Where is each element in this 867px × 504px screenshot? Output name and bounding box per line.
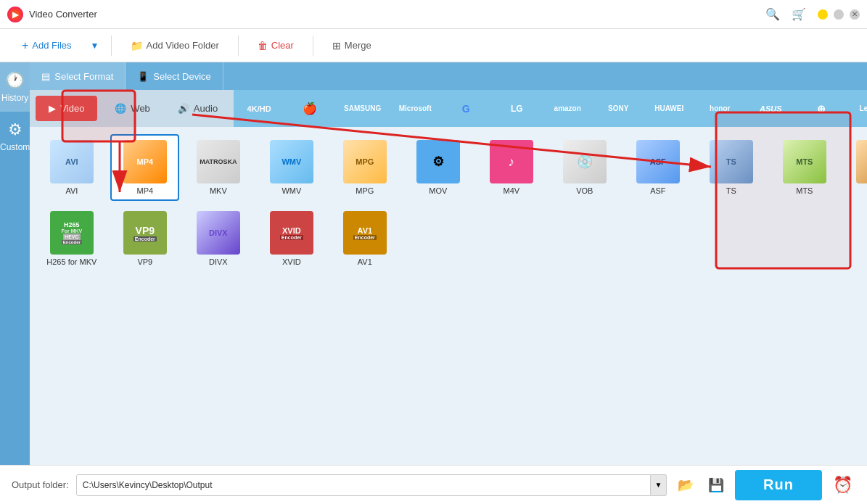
browse-folder-button[interactable]: 📂 (674, 474, 697, 497)
asf-icon: ASF (636, 140, 680, 183)
main-layout: 🕐 History ⚙ Custom ▤ Select Format 📱 Sel… (0, 62, 867, 465)
wmv-icon: WMV (270, 140, 313, 183)
mts-label: MTS (796, 186, 813, 195)
brand-honor[interactable]: honor (694, 93, 745, 124)
tab-select-device[interactable]: 📱 Select Device (126, 62, 223, 90)
toolbar: + Add Files ▼ 📁 Add Video Folder 🗑 Clear… (0, 29, 867, 62)
vob-icon: 💿 (563, 140, 607, 183)
format-item-wmv[interactable]: WMV WMV (257, 134, 326, 201)
maximize-button[interactable] (834, 9, 844, 20)
custom-icon: ⚙ (8, 120, 22, 139)
divx-label: DIVX (209, 257, 228, 266)
brand-lg[interactable]: LG (491, 93, 542, 124)
add-files-button[interactable]: + Add Files (12, 35, 82, 57)
brand-sony[interactable]: SONY (593, 93, 644, 124)
avi-icon: AVI (50, 140, 94, 183)
history-icon: 🕐 (5, 71, 25, 90)
clear-label: Clear (271, 40, 294, 51)
format-item-mp4[interactable]: MP4 MP4 (110, 134, 179, 201)
folder-open-icon: 📂 (678, 477, 694, 493)
toolbar-separator-3 (313, 36, 313, 56)
av1-icon: AV1 Encoder (343, 211, 387, 255)
format-item-mts[interactable]: MTS MTS (770, 134, 839, 201)
format-item-asf[interactable]: ASF ASF (623, 134, 692, 201)
brand-amazon[interactable]: amazon (542, 93, 593, 124)
sidebar-custom-label: Custom (0, 142, 30, 152)
sidebar-history-label: History (1, 93, 28, 103)
format-item-avi[interactable]: AVI AVI (37, 134, 106, 201)
format-item-ts[interactable]: TS TS (697, 134, 765, 201)
format-item-mov[interactable]: ⚙ MOV (403, 134, 472, 201)
video-icon: ▶ (49, 103, 56, 114)
brand-samsung[interactable]: SAMSUNG (335, 93, 390, 124)
select-format-label: Select Format (54, 71, 113, 82)
select-device-label: Select Device (153, 71, 210, 82)
app-title: Video Converter (29, 9, 765, 20)
xvid-icon: XVID Encoder (270, 211, 313, 255)
add-folder-label: Add Video Folder (147, 40, 219, 51)
brand-apple[interactable]: 🍎 (284, 93, 335, 124)
format-item-mpg[interactable]: MPG MPG (330, 134, 399, 201)
brand-huawei[interactable]: HUAWEI (644, 93, 694, 124)
add-folder-button[interactable]: 📁 Add Video Folder (120, 36, 229, 56)
format-type-buttons: ▶ Video 🌐 Web 🔊 Audio (30, 90, 234, 127)
format-item-m2ts[interactable]: M2TS M2TS (843, 134, 867, 201)
brand-asus[interactable]: ASUS (745, 93, 796, 124)
run-label: Run (763, 476, 794, 492)
brand-4khd[interactable]: 4K/HD (234, 93, 284, 124)
title-bar-icons: 🔍 🛒 (765, 7, 806, 21)
brand-google[interactable]: G (440, 93, 491, 124)
audio-icon: 🔊 (178, 103, 189, 114)
mov-label: MOV (429, 186, 447, 195)
close-button[interactable]: ✕ (850, 9, 860, 20)
folder-icon: 📁 (131, 40, 143, 51)
window-controls: ✕ (818, 9, 860, 20)
search-icon[interactable]: 🔍 (765, 7, 780, 21)
output-folder-label: Output folder: (12, 479, 69, 490)
m4v-label: M4V (504, 186, 520, 195)
save-path-button[interactable]: 💾 (704, 474, 728, 497)
output-path-input[interactable] (76, 474, 651, 496)
alarm-button[interactable]: ⏰ (829, 472, 855, 498)
mpg-label: MPG (356, 186, 374, 195)
mp4-icon: MP4 (123, 140, 167, 183)
tab-select-format[interactable]: ▤ Select Format (30, 62, 126, 90)
mts-icon: MTS (783, 140, 826, 183)
format-area: ▤ Select Format 📱 Select Device ▶ Video … (30, 62, 867, 465)
ts-label: TS (726, 186, 736, 195)
format-item-xvid[interactable]: XVID Encoder XVID (257, 205, 326, 272)
minimize-button[interactable] (818, 9, 828, 20)
clear-button[interactable]: 🗑 Clear (247, 36, 304, 56)
save-icon: 💾 (708, 477, 724, 493)
brand-microsoft[interactable]: Microsoft (390, 93, 440, 124)
toolbar-separator-1 (111, 36, 112, 56)
sidebar-item-custom[interactable]: ⚙ Custom (0, 112, 30, 161)
brand-motorola[interactable]: ⊕ (796, 93, 847, 124)
format-item-h265mkv[interactable]: H265 For MKV HEVC Encoder H265 for MKV (37, 205, 106, 272)
m2ts-icon: M2TS (856, 140, 867, 183)
type-button-audio[interactable]: 🔊 Audio (165, 93, 231, 124)
run-button[interactable]: Run (735, 470, 822, 500)
format-item-av1[interactable]: AV1 Encoder AV1 (330, 205, 399, 272)
merge-button[interactable]: ⊞ Merge (322, 36, 382, 56)
format-item-vp9[interactable]: VP9 Encoder VP9 (110, 205, 179, 272)
format-item-divx[interactable]: DIVX DIVX (184, 205, 252, 272)
merge-label: Merge (345, 40, 371, 51)
brand-lenovo[interactable]: Lenovo (847, 93, 867, 124)
format-item-m4v[interactable]: ♪ M4V (477, 134, 546, 201)
format-item-vob[interactable]: 💿 VOB (550, 134, 619, 201)
type-button-video[interactable]: ▶ Video (36, 96, 97, 121)
title-bar: ▶ Video Converter 🔍 🛒 ✕ (0, 0, 867, 29)
type-button-web[interactable]: 🌐 Web (102, 93, 163, 124)
path-dropdown-button[interactable]: ▼ (651, 474, 667, 496)
bottom-bar: Output folder: ▼ 📂 💾 Run ⏰ (0, 465, 867, 504)
sidebar: 🕐 History ⚙ Custom (0, 62, 30, 465)
add-files-dropdown-button[interactable]: ▼ (88, 36, 102, 56)
mp4-label: MP4 (137, 186, 154, 195)
cart-icon[interactable]: 🛒 (792, 7, 806, 21)
sidebar-item-history[interactable]: 🕐 History (0, 62, 30, 112)
divx-icon: DIVX (197, 211, 240, 255)
vp9-icon: VP9 Encoder (123, 211, 167, 255)
vp9-label: VP9 (137, 257, 152, 266)
format-item-mkv[interactable]: MATROSKA MKV (184, 134, 252, 201)
